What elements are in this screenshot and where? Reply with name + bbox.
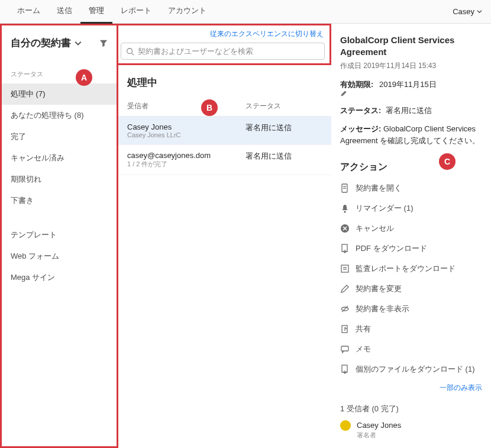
col-status: ステータス — [246, 101, 281, 111]
filter-icon[interactable] — [99, 39, 108, 47]
chevron-down-icon — [477, 9, 482, 14]
action-doc[interactable]: 契約書を開く — [340, 178, 482, 198]
row-status: 署名用に送信 — [246, 123, 292, 138]
action-hide[interactable]: 契約書を非表示 — [340, 299, 482, 319]
sidebar-item[interactable]: 処理中 (7) — [2, 83, 117, 105]
show-less-link[interactable]: 一部のみ表示 — [340, 383, 482, 393]
action-label: 契約書を非表示 — [356, 304, 409, 314]
action-bell[interactable]: リマインダー (1) — [340, 198, 482, 218]
action-share[interactable]: 共有 — [340, 319, 482, 339]
action-edit[interactable]: 契約書を変更 — [340, 279, 482, 299]
edit-expiration-icon[interactable] — [340, 90, 482, 97]
sidebar: 自分の契約書 ステータス 処理中 (7)あなたの処理待ち (8)完了キャンセル済… — [0, 24, 118, 448]
nav-アカウント[interactable]: アカウント — [160, 0, 215, 24]
recipient-row[interactable]: Casey Jones — [340, 420, 482, 431]
recipients-summary: 1 受信者 (0 完了) — [340, 404, 482, 414]
sidebar-title: 自分の契約書 — [11, 36, 71, 50]
nav-管理[interactable]: 管理 — [80, 0, 112, 24]
mid-header-box: 従来のエクスペリエンスに切り替え — [118, 24, 331, 65]
avatar — [340, 420, 351, 431]
sidebar-item[interactable]: キャンセル済み — [2, 147, 117, 169]
note-icon — [340, 344, 350, 354]
action-cancel[interactable]: キャンセル — [340, 218, 482, 238]
svg-rect-15 — [341, 346, 348, 351]
row-sub: 1 / 2 件が完了 — [127, 160, 246, 169]
audit-icon — [340, 264, 350, 273]
sidebar-item[interactable]: 下書き — [2, 190, 117, 211]
status-line: ステータス: 署名用に送信 — [340, 105, 482, 116]
chevron-down-icon[interactable] — [75, 40, 82, 47]
action-label: 契約書を変更 — [356, 283, 402, 294]
annotation-badge-c: C — [439, 153, 456, 170]
agreement-title: GlobalCorp Client Services Agreement — [340, 34, 482, 59]
dlfile-icon — [340, 365, 350, 374]
row-name: casey@caseyjones.dom — [127, 151, 246, 160]
message-line: メッセージ: GlobalCorp Client Services Agreem… — [340, 123, 482, 147]
action-label: 共有 — [356, 324, 371, 334]
agreement-row[interactable]: Casey JonesCasey Jones LLrC署名用に送信 — [118, 117, 331, 145]
svg-point-5 — [344, 211, 345, 212]
recipient-role: 署名者 — [357, 431, 482, 440]
sidebar-item[interactable]: テンプレート — [2, 224, 117, 246]
detail-panel: GlobalCorp Client Services Agreement 作成日… — [331, 24, 491, 448]
sidebar-item[interactable]: Web フォーム — [2, 246, 117, 267]
agreement-row[interactable]: casey@caseyjones.dom1 / 2 件が完了署名用に送信 — [118, 145, 331, 175]
action-pdf[interactable]: PDF をダウンロード — [340, 238, 482, 259]
doc-icon — [340, 183, 350, 193]
search-input[interactable] — [138, 47, 319, 56]
action-label: PDF をダウンロード — [356, 243, 427, 254]
row-name: Casey Jones — [127, 123, 246, 131]
user-name: Casey — [453, 7, 474, 16]
edit-icon — [340, 284, 350, 294]
bell-icon — [340, 204, 350, 213]
nav-送信[interactable]: 送信 — [49, 0, 80, 24]
svg-point-0 — [127, 48, 133, 53]
action-label: 監査レポートをダウンロード — [356, 263, 456, 274]
action-label: 個別のファイルをダウンロード (1) — [356, 364, 475, 375]
action-label: メモ — [356, 344, 371, 354]
action-label: 契約書を開く — [356, 183, 402, 194]
created-meta: 作成日 2019年11月14日 15:43 — [340, 61, 482, 71]
share-icon — [340, 324, 350, 334]
action-label: キャンセル — [356, 223, 394, 234]
list-column-headers: 受信者 ステータス — [118, 98, 331, 117]
recipient-name: Casey Jones — [357, 421, 401, 430]
nav-レポート[interactable]: レポート — [112, 0, 160, 24]
annotation-badge-a: A — [76, 69, 92, 86]
annotation-badge-b: B — [201, 99, 218, 116]
action-label: リマインダー (1) — [356, 203, 414, 214]
sidebar-status-label: ステータス — [2, 58, 117, 83]
row-status: 署名用に送信 — [246, 151, 292, 169]
search-icon — [126, 47, 134, 56]
expiration-line: 有効期限: 2019年11月15日 — [340, 79, 482, 97]
top-nav: ホーム送信管理レポートアカウント Casey — [0, 0, 491, 24]
action-note[interactable]: メモ — [340, 339, 482, 359]
hide-icon — [340, 304, 350, 314]
actions-header: アクション — [340, 161, 482, 173]
user-menu[interactable]: Casey — [453, 7, 482, 16]
row-sub: Casey Jones LLrC — [127, 131, 246, 138]
sidebar-item[interactable]: あなたの処理待ち (8) — [2, 105, 117, 126]
list-title: 処理中 — [118, 65, 331, 98]
action-dlfile[interactable]: 個別のファイルをダウンロード (1) — [340, 359, 482, 379]
sidebar-item[interactable]: Mega サイン — [2, 267, 117, 288]
pdf-icon — [340, 244, 350, 253]
cancel-icon — [340, 224, 350, 233]
sidebar-item[interactable]: 完了 — [2, 126, 117, 147]
sidebar-item[interactable]: 期限切れ — [2, 169, 117, 190]
svg-line-1 — [132, 53, 134, 55]
nav-ホーム[interactable]: ホーム — [9, 0, 49, 24]
switch-experience-link[interactable]: 従来のエクスペリエンスに切り替え — [118, 25, 330, 40]
search-box[interactable] — [121, 43, 325, 60]
action-audit[interactable]: 監査レポートをダウンロード — [340, 259, 482, 279]
svg-rect-10 — [341, 265, 348, 272]
col-recipient: 受信者 — [127, 101, 246, 111]
